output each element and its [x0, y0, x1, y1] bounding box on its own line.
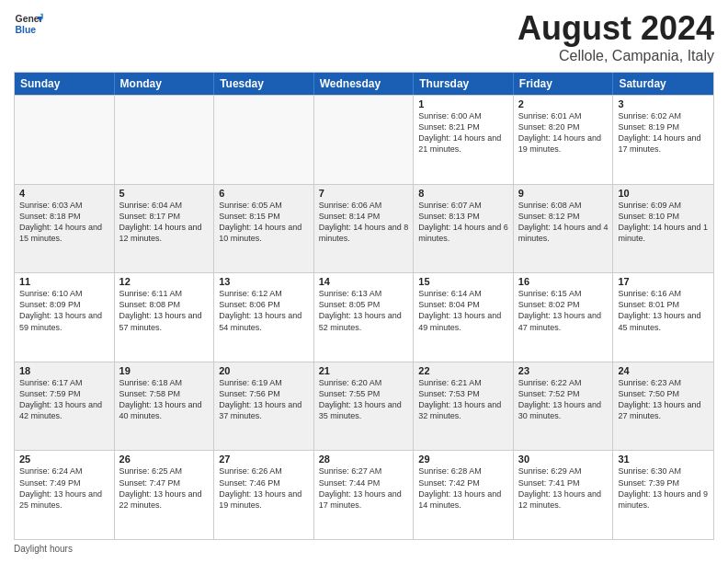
day-number: 31 — [618, 454, 709, 465]
cal-row-4: 25Sunrise: 6:24 AM Sunset: 7:49 PM Dayli… — [15, 450, 713, 539]
cal-cell-day-10: 10Sunrise: 6:09 AM Sunset: 8:10 PM Dayli… — [613, 185, 713, 273]
day-info: Sunrise: 6:03 AM Sunset: 8:18 PM Dayligh… — [19, 200, 109, 245]
cal-cell-day-14: 14Sunrise: 6:13 AM Sunset: 8:05 PM Dayli… — [314, 273, 415, 362]
day-number: 1 — [418, 98, 508, 109]
cal-cell-day-18: 18Sunrise: 6:17 AM Sunset: 7:59 PM Dayli… — [15, 362, 115, 451]
subtitle: Cellole, Campania, Italy — [518, 48, 714, 64]
day-number: 10 — [618, 188, 709, 199]
day-info: Sunrise: 6:29 AM Sunset: 7:41 PM Dayligh… — [518, 465, 609, 511]
day-number: 11 — [19, 276, 109, 287]
day-info: Sunrise: 6:16 AM Sunset: 8:01 PM Dayligh… — [618, 288, 709, 333]
cal-cell-day-13: 13Sunrise: 6:12 AM Sunset: 8:06 PM Dayli… — [214, 273, 314, 362]
day-info: Sunrise: 6:13 AM Sunset: 8:05 PM Dayligh… — [319, 288, 409, 333]
day-info: Sunrise: 6:02 AM Sunset: 8:19 PM Dayligh… — [618, 110, 709, 155]
day-number: 18 — [19, 365, 109, 376]
cal-cell-day-2: 2Sunrise: 6:01 AM Sunset: 8:20 PM Daylig… — [514, 96, 614, 184]
cal-cell-day-16: 16Sunrise: 6:15 AM Sunset: 8:02 PM Dayli… — [514, 273, 614, 362]
day-info: Sunrise: 6:12 AM Sunset: 8:06 PM Dayligh… — [219, 288, 309, 333]
day-number: 25 — [19, 454, 109, 465]
day-info: Sunrise: 6:00 AM Sunset: 8:21 PM Dayligh… — [418, 110, 508, 155]
cal-cell-day-9: 9Sunrise: 6:08 AM Sunset: 8:12 PM Daylig… — [514, 185, 614, 273]
day-info: Sunrise: 6:19 AM Sunset: 7:56 PM Dayligh… — [219, 377, 309, 422]
day-info: Sunrise: 6:27 AM Sunset: 7:44 PM Dayligh… — [319, 465, 409, 511]
header-day-tuesday: Tuesday — [214, 73, 314, 95]
cal-cell-day-27: 27Sunrise: 6:26 AM Sunset: 7:46 PM Dayli… — [214, 451, 314, 539]
svg-text:Blue: Blue — [16, 25, 37, 35]
day-number: 7 — [319, 188, 409, 199]
cal-cell-day-3: 3Sunrise: 6:02 AM Sunset: 8:19 PM Daylig… — [613, 96, 713, 184]
cal-cell-day-20: 20Sunrise: 6:19 AM Sunset: 7:56 PM Dayli… — [214, 362, 314, 451]
day-info: Sunrise: 6:26 AM Sunset: 7:46 PM Dayligh… — [219, 465, 309, 511]
cal-cell-day-1: 1Sunrise: 6:00 AM Sunset: 8:21 PM Daylig… — [414, 96, 514, 184]
header-day-thursday: Thursday — [414, 73, 514, 95]
day-info: Sunrise: 6:09 AM Sunset: 8:10 PM Dayligh… — [618, 200, 709, 245]
day-number: 9 — [518, 188, 609, 199]
day-info: Sunrise: 6:21 AM Sunset: 7:53 PM Dayligh… — [418, 377, 508, 422]
cal-cell-empty — [115, 96, 215, 184]
cal-cell-day-8: 8Sunrise: 6:07 AM Sunset: 8:13 PM Daylig… — [414, 185, 514, 273]
cal-cell-day-7: 7Sunrise: 6:06 AM Sunset: 8:14 PM Daylig… — [314, 185, 415, 273]
day-number: 6 — [219, 188, 309, 199]
day-number: 17 — [618, 276, 709, 287]
day-info: Sunrise: 6:11 AM Sunset: 8:08 PM Dayligh… — [119, 288, 210, 333]
day-info: Sunrise: 6:20 AM Sunset: 7:55 PM Dayligh… — [319, 377, 409, 422]
cal-cell-day-21: 21Sunrise: 6:20 AM Sunset: 7:55 PM Dayli… — [314, 362, 415, 451]
day-number: 26 — [119, 454, 210, 465]
cal-cell-day-6: 6Sunrise: 6:05 AM Sunset: 8:15 PM Daylig… — [214, 185, 314, 273]
header: General Blue August 2024 Cellole, Campan… — [14, 9, 714, 64]
cal-cell-day-15: 15Sunrise: 6:14 AM Sunset: 8:04 PM Dayli… — [414, 273, 514, 362]
day-number: 29 — [418, 454, 508, 465]
cal-cell-day-31: 31Sunrise: 6:30 AM Sunset: 7:39 PM Dayli… — [613, 451, 713, 539]
calendar-body: 1Sunrise: 6:00 AM Sunset: 8:21 PM Daylig… — [15, 95, 713, 539]
day-number: 2 — [518, 98, 609, 109]
day-info: Sunrise: 6:18 AM Sunset: 7:58 PM Dayligh… — [119, 377, 210, 422]
cal-cell-day-22: 22Sunrise: 6:21 AM Sunset: 7:53 PM Dayli… — [414, 362, 514, 451]
cal-cell-day-19: 19Sunrise: 6:18 AM Sunset: 7:58 PM Dayli… — [115, 362, 215, 451]
day-info: Sunrise: 6:08 AM Sunset: 8:12 PM Dayligh… — [518, 200, 609, 245]
cal-row-1: 4Sunrise: 6:03 AM Sunset: 8:18 PM Daylig… — [15, 184, 713, 273]
logo-icon: General Blue — [14, 9, 43, 39]
day-info: Sunrise: 6:24 AM Sunset: 7:49 PM Dayligh… — [19, 465, 109, 511]
cal-cell-empty — [15, 96, 115, 184]
day-number: 5 — [119, 188, 210, 199]
calendar-header: SundayMondayTuesdayWednesdayThursdayFrid… — [15, 73, 713, 95]
day-info: Sunrise: 6:25 AM Sunset: 7:47 PM Dayligh… — [119, 465, 210, 511]
day-info: Sunrise: 6:17 AM Sunset: 7:59 PM Dayligh… — [19, 377, 109, 422]
cal-row-0: 1Sunrise: 6:00 AM Sunset: 8:21 PM Daylig… — [15, 95, 713, 184]
cal-cell-day-28: 28Sunrise: 6:27 AM Sunset: 7:44 PM Dayli… — [314, 451, 415, 539]
day-info: Sunrise: 6:06 AM Sunset: 8:14 PM Dayligh… — [319, 200, 409, 245]
day-info: Sunrise: 6:04 AM Sunset: 8:17 PM Dayligh… — [119, 200, 210, 245]
cal-cell-day-17: 17Sunrise: 6:16 AM Sunset: 8:01 PM Dayli… — [613, 273, 713, 362]
cal-cell-day-30: 30Sunrise: 6:29 AM Sunset: 7:41 PM Dayli… — [514, 451, 614, 539]
day-info: Sunrise: 6:15 AM Sunset: 8:02 PM Dayligh… — [518, 288, 609, 333]
logo: General Blue — [14, 9, 43, 39]
header-day-sunday: Sunday — [15, 73, 115, 95]
cal-row-3: 18Sunrise: 6:17 AM Sunset: 7:59 PM Dayli… — [15, 362, 713, 451]
day-number: 16 — [518, 276, 609, 287]
cal-cell-day-25: 25Sunrise: 6:24 AM Sunset: 7:49 PM Dayli… — [15, 451, 115, 539]
page: General Blue August 2024 Cellole, Campan… — [0, 0, 728, 563]
day-info: Sunrise: 6:28 AM Sunset: 7:42 PM Dayligh… — [418, 465, 508, 511]
day-number: 14 — [319, 276, 409, 287]
day-number: 4 — [19, 188, 109, 199]
header-day-wednesday: Wednesday — [314, 73, 415, 95]
cal-cell-day-5: 5Sunrise: 6:04 AM Sunset: 8:17 PM Daylig… — [115, 185, 215, 273]
day-info: Sunrise: 6:05 AM Sunset: 8:15 PM Dayligh… — [219, 200, 309, 245]
day-number: 27 — [219, 454, 309, 465]
day-number: 3 — [618, 98, 709, 109]
day-info: Sunrise: 6:22 AM Sunset: 7:52 PM Dayligh… — [518, 377, 609, 422]
day-info: Sunrise: 6:30 AM Sunset: 7:39 PM Dayligh… — [618, 465, 709, 511]
day-number: 30 — [518, 454, 609, 465]
day-number: 28 — [319, 454, 409, 465]
day-info: Sunrise: 6:10 AM Sunset: 8:09 PM Dayligh… — [19, 288, 109, 333]
main-title: August 2024 — [518, 9, 714, 48]
calendar: SundayMondayTuesdayWednesdayThursdayFrid… — [14, 72, 714, 540]
header-day-friday: Friday — [514, 73, 614, 95]
day-number: 23 — [518, 365, 609, 376]
day-info: Sunrise: 6:23 AM Sunset: 7:50 PM Dayligh… — [618, 377, 709, 422]
day-number: 15 — [418, 276, 508, 287]
cal-cell-day-26: 26Sunrise: 6:25 AM Sunset: 7:47 PM Dayli… — [115, 451, 215, 539]
cal-cell-day-23: 23Sunrise: 6:22 AM Sunset: 7:52 PM Dayli… — [514, 362, 614, 451]
header-day-saturday: Saturday — [613, 73, 713, 95]
cal-cell-day-29: 29Sunrise: 6:28 AM Sunset: 7:42 PM Dayli… — [414, 451, 514, 539]
